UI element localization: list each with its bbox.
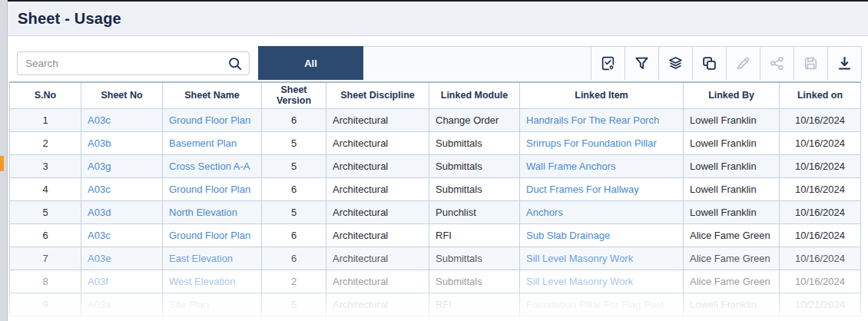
cell-version: 5 <box>262 131 326 154</box>
item-link[interactable]: Wall Frame Anchors <box>526 160 616 172</box>
sheet-name-link[interactable]: Site Plan <box>169 299 209 310</box>
sheet-name-link[interactable]: Ground Floor Plan <box>169 114 250 126</box>
search-icon[interactable] <box>227 56 243 71</box>
item-link[interactable]: Srirrups For Foundation Pillar <box>526 137 657 149</box>
sheet-no-link[interactable]: A03d <box>88 207 111 218</box>
sheet-no-link[interactable]: A03f <box>88 276 108 287</box>
sheet-no-link[interactable]: A03c <box>88 114 111 126</box>
column-header-by: Linked By <box>684 82 780 108</box>
review-check-icon-button[interactable] <box>591 47 624 80</box>
cell-item: Sill Level Masonry Work <box>520 247 684 270</box>
cell-sheet_name: Ground Floor Plan <box>163 223 262 247</box>
search-box[interactable] <box>17 51 250 75</box>
page-title: Sheet - Usage <box>18 10 121 28</box>
cell-on: 10/16/2024 <box>780 270 861 293</box>
sheet-name-link[interactable]: Ground Floor Plan <box>169 230 250 241</box>
cell-version: 5 <box>262 293 326 316</box>
edit-icon <box>735 55 751 71</box>
cell-sno: 6 <box>10 223 81 247</box>
cell-sheet_name: Ground Floor Plan <box>163 177 262 200</box>
table-row: 2A03bBasement Plan5ArchitecturalSubmitta… <box>10 131 861 154</box>
column-header-sheet_name: Sheet Name <box>163 82 262 108</box>
cell-sno: 1 <box>10 108 81 131</box>
sheet-no-link[interactable]: A03a <box>88 299 111 310</box>
cell-discipline: Architectural <box>326 131 429 154</box>
tab-all[interactable]: All <box>258 46 363 80</box>
filter-icon-button[interactable] <box>624 47 658 80</box>
cell-item: Srirrups For Foundation Pillar <box>520 131 684 154</box>
cell-by: Lowell Franklin <box>684 177 780 200</box>
page-header: Sheet - Usage <box>8 2 868 36</box>
cell-sheet_name: Cross Section A-A <box>163 154 262 177</box>
cell-sno: 5 <box>10 200 81 223</box>
item-link[interactable]: Handrails For The Rear Porch <box>526 114 659 126</box>
cell-sheet_name: Basement Plan <box>163 131 262 154</box>
table-row: 8A03fWest Elevation2ArchitecturalSubmitt… <box>10 270 861 293</box>
cell-discipline: Architectural <box>326 108 429 131</box>
cell-item: Sill Level Masonry Work <box>520 270 684 293</box>
sheet-name-link[interactable]: Ground Floor Plan <box>169 184 250 195</box>
cell-discipline: Architectural <box>326 247 429 270</box>
sheet-no-link[interactable]: A03c <box>88 230 111 241</box>
cell-version: 6 <box>262 223 326 247</box>
column-header-item: Linked Item <box>520 82 684 108</box>
cell-by: Lowell Franklin <box>684 108 780 131</box>
cell-on: 10/16/2024 <box>780 154 861 177</box>
cell-module: RFI <box>429 223 520 247</box>
sheet-no-link[interactable]: A03g <box>88 160 111 172</box>
item-link[interactable]: Sill Level Masonry Work <box>526 253 633 264</box>
cell-version: 6 <box>262 108 326 131</box>
copy-icon-button[interactable] <box>692 47 726 80</box>
window-top-border <box>8 0 868 2</box>
item-link[interactable]: Sub Slab Drainage <box>526 230 610 241</box>
cell-discipline: Architectural <box>326 223 429 247</box>
save-icon-button <box>793 47 827 80</box>
cell-discipline: Architectural <box>326 293 429 316</box>
download-icon-button[interactable] <box>827 47 861 80</box>
cell-discipline: Architectural <box>326 200 429 223</box>
cell-by: Lowell Franklin <box>684 200 780 223</box>
toolbar-icon-group <box>591 47 861 80</box>
sheet-name-link[interactable]: North Elevation <box>169 207 237 218</box>
sheet-name-link[interactable]: East Elevation <box>169 253 233 264</box>
sheet-no-link[interactable]: A03c <box>88 184 111 195</box>
share-icon-button <box>760 47 793 80</box>
cell-by: Lowell Franklin <box>684 131 780 154</box>
search-input[interactable] <box>25 58 227 69</box>
cell-version: 5 <box>262 154 326 177</box>
cell-on: 10/16/2024 <box>780 247 861 270</box>
item-link[interactable]: Foundation Pillar For Flag Post <box>526 299 664 310</box>
sheet-no-link[interactable]: A03b <box>88 137 111 149</box>
cell-version: 5 <box>262 200 326 223</box>
cell-module: Punchlist <box>429 200 520 223</box>
cell-by: Alice Fame Green <box>684 223 780 247</box>
share-icon <box>769 55 785 71</box>
cell-version: 6 <box>262 177 326 200</box>
sheet-no-link[interactable]: A03e <box>88 253 111 264</box>
cell-by: Lowell Franklin <box>684 293 780 316</box>
table-row: 4A03cGround Floor Plan6ArchitecturalSubm… <box>10 177 861 200</box>
cell-sheet_no: A03c <box>81 177 163 200</box>
sheet-usage-table: S.NoSheet NoSheet NameSheet VersionSheet… <box>9 81 861 316</box>
cell-discipline: Architectural <box>326 270 429 293</box>
cell-discipline: Architectural <box>326 177 429 200</box>
review-check-icon <box>600 55 616 71</box>
sheet-name-link[interactable]: Basement Plan <box>169 137 237 149</box>
sheet-name-link[interactable]: Cross Section A-A <box>169 160 250 172</box>
sheet-name-link[interactable]: West Elevation <box>169 276 235 287</box>
layers-icon <box>668 55 684 71</box>
item-link[interactable]: Sill Level Masonry Work <box>526 276 633 287</box>
cell-module: RFI <box>429 293 520 316</box>
item-link[interactable]: Anchors <box>526 207 563 218</box>
column-header-version: Sheet Version <box>262 82 326 108</box>
cell-item: Anchors <box>520 200 684 223</box>
cell-module: Submittals <box>429 247 520 270</box>
cell-on: 10/16/2024 <box>780 177 861 200</box>
cell-by: Lowell Franklin <box>684 154 780 177</box>
cell-version: 2 <box>262 270 326 293</box>
layers-icon-button[interactable] <box>658 47 692 80</box>
cell-by: Alice Fame Green <box>684 270 780 293</box>
filter-icon <box>634 55 650 71</box>
cell-sheet_no: A03f <box>81 270 163 293</box>
item-link[interactable]: Duct Frames For Hallway <box>526 184 639 195</box>
